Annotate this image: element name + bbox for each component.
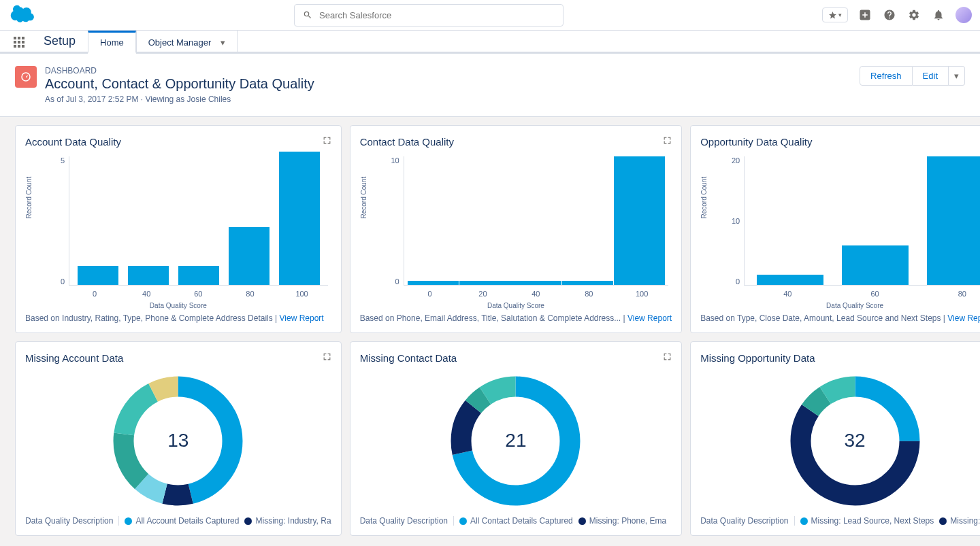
- legend-item: Missing: Next St: [939, 516, 980, 526]
- legend-item: Missing: Industry, Ra: [244, 516, 331, 526]
- search-icon: [303, 10, 312, 20]
- card-title: Opportunity Data Quality: [700, 136, 812, 148]
- donut-total: 21: [446, 371, 585, 511]
- app-name: Setup: [31, 31, 88, 52]
- legend-item: All Contact Details Captured: [453, 516, 573, 526]
- expand-icon: [663, 136, 672, 145]
- expand-button[interactable]: [323, 135, 331, 148]
- bar-chart: Record Count1000204080100Data Quality Sc…: [360, 153, 672, 309]
- donut-chart: 13: [25, 369, 331, 512]
- legend-label: Data Quality Description: [25, 516, 113, 526]
- help-button[interactable]: [882, 7, 897, 22]
- star-icon: [828, 11, 837, 20]
- dashboard-grid: Account Data Quality Record Count5004060…: [0, 117, 980, 544]
- dashboard-icon: [15, 66, 37, 88]
- header-eyebrow: DASHBOARD: [45, 66, 851, 75]
- plus-icon: [859, 9, 871, 21]
- setup-gear-button[interactable]: [906, 7, 921, 22]
- more-actions-button[interactable]: ▾: [949, 66, 965, 86]
- gear-icon: [908, 9, 920, 21]
- expand-icon: [323, 352, 331, 361]
- expand-button[interactable]: [663, 135, 672, 148]
- expand-button[interactable]: [323, 352, 331, 364]
- chart-legend: Data Quality Description All Account Det…: [25, 516, 331, 526]
- card-missing-contact-data: Missing Contact Data 21 Data Quality Des…: [350, 341, 683, 536]
- card-contact-data-quality: Contact Data Quality Record Count1000204…: [350, 125, 683, 333]
- edit-button[interactable]: Edit: [913, 66, 949, 86]
- header-actions: ▾: [822, 7, 972, 23]
- view-report-link[interactable]: View Report: [280, 313, 324, 323]
- legend-item: Missing: Lead Source, Next Steps: [794, 516, 934, 526]
- bar-chart: Record Count20100406080Data Quality Scor…: [700, 153, 980, 309]
- legend-dot: [578, 517, 586, 525]
- legend-item: Missing: Phone, Ema: [578, 516, 666, 526]
- search-input[interactable]: [319, 10, 555, 20]
- bar-chart: Record Count500406080100Data Quality Sco…: [25, 153, 331, 309]
- page-title: Account, Contact & Opportunity Data Qual…: [45, 76, 851, 92]
- legend-dot: [939, 517, 947, 525]
- tab-label: Home: [100, 37, 124, 48]
- refresh-button[interactable]: Refresh: [860, 66, 913, 86]
- header-meta: As of Jul 3, 2017 2:52 PM · Viewing as J…: [45, 95, 851, 104]
- card-account-data-quality: Account Data Quality Record Count5004060…: [15, 125, 342, 333]
- card-missing-opportunity-data: Missing Opportunity Data 32 Data Quality…: [690, 341, 980, 536]
- donut-total: 13: [108, 371, 248, 511]
- page-header: DASHBOARD Account, Contact & Opportunity…: [0, 54, 980, 117]
- global-header: ▾: [0, 0, 980, 31]
- view-report-link[interactable]: View Report: [627, 313, 672, 323]
- card-title: Missing Account Data: [25, 352, 123, 364]
- legend-dot: [125, 517, 132, 525]
- app-nav: Setup Home Object Manager▾: [0, 31, 980, 54]
- global-search[interactable]: [294, 4, 564, 27]
- donut-chart: 21: [360, 369, 672, 512]
- card-title: Missing Opportunity Data: [700, 352, 815, 364]
- app-launcher[interactable]: [7, 31, 31, 54]
- card-footer: Based on Type, Close Date, Amount, Lead …: [700, 313, 980, 323]
- card-missing-account-data: Missing Account Data 13 Data Quality Des…: [15, 341, 342, 536]
- legend-dot: [244, 517, 252, 525]
- chart-legend: Data Quality Description Missing: Lead S…: [700, 516, 980, 526]
- question-icon: [883, 9, 896, 21]
- tab-label: Object Manager: [148, 37, 212, 48]
- bell-icon: [932, 9, 945, 21]
- waffle-icon: [14, 37, 24, 48]
- view-report-link[interactable]: View Report: [947, 313, 980, 323]
- add-button[interactable]: [858, 7, 872, 22]
- chevron-down-icon: ▾: [220, 37, 225, 48]
- tab-home[interactable]: Home: [88, 31, 136, 54]
- expand-button[interactable]: [663, 352, 672, 364]
- search-container: [294, 4, 564, 27]
- notifications-button[interactable]: [931, 7, 946, 22]
- card-title: Account Data Quality: [25, 136, 121, 148]
- expand-icon: [663, 352, 672, 361]
- salesforce-logo[interactable]: [8, 5, 35, 25]
- favorites-dropdown[interactable]: ▾: [822, 7, 848, 22]
- header-body: DASHBOARD Account, Contact & Opportunity…: [45, 66, 851, 104]
- legend-label: Data Quality Description: [360, 516, 448, 526]
- card-footer: Based on Phone, Email Address, Title, Sa…: [360, 313, 672, 323]
- card-opportunity-data-quality: Opportunity Data Quality Record Count201…: [690, 125, 980, 333]
- legend-label: Data Quality Description: [700, 516, 788, 526]
- chart-legend: Data Quality Description All Contact Det…: [360, 516, 672, 526]
- card-footer: Based on Industry, Rating, Type, Phone &…: [25, 313, 331, 323]
- expand-icon: [323, 136, 331, 145]
- donut-total: 32: [785, 371, 925, 511]
- user-avatar[interactable]: [956, 7, 972, 23]
- legend-dot: [800, 517, 808, 525]
- card-title: Missing Contact Data: [360, 352, 457, 364]
- donut-chart: 32: [700, 369, 980, 512]
- tab-object-manager[interactable]: Object Manager▾: [136, 31, 238, 54]
- header-buttons: Refresh Edit ▾: [860, 66, 965, 86]
- nav-tabs: Home Object Manager▾: [88, 31, 238, 52]
- legend-item: All Account Details Captured: [118, 516, 239, 526]
- legend-dot: [459, 517, 467, 525]
- card-title: Contact Data Quality: [360, 136, 454, 148]
